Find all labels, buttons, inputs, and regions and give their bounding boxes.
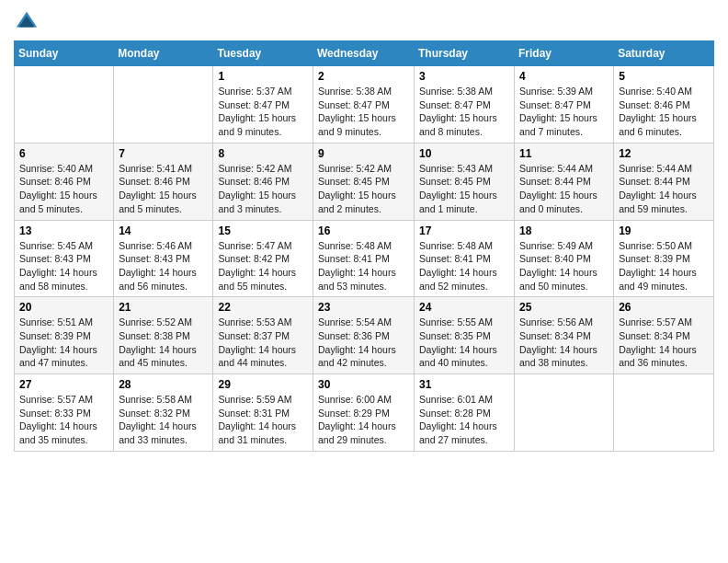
day-sun-info: Sunrise: 5:46 AMSunset: 8:43 PMDaylight:… [119,239,208,293]
day-sun-info: Sunrise: 6:01 AMSunset: 8:28 PMDaylight:… [419,393,509,447]
day-number: 26 [619,301,709,314]
day-sun-info: Sunrise: 6:00 AMSunset: 8:29 PMDaylight:… [318,393,409,447]
day-number: 27 [19,378,108,391]
day-number: 25 [519,301,609,314]
calendar-cell: 19Sunrise: 5:50 AMSunset: 8:39 PMDayligh… [614,220,714,297]
day-number: 1 [218,70,308,83]
day-sun-info: Sunrise: 5:42 AMSunset: 8:46 PMDaylight:… [218,162,308,216]
logo-icon [14,9,40,35]
calendar-week-row: 20Sunrise: 5:51 AMSunset: 8:39 PMDayligh… [15,297,714,374]
day-sun-info: Sunrise: 5:49 AMSunset: 8:40 PMDaylight:… [519,239,609,293]
calendar-week-row: 6Sunrise: 5:40 AMSunset: 8:46 PMDaylight… [15,143,714,220]
day-number: 4 [519,70,609,83]
calendar-cell [114,66,213,144]
calendar-week-row: 1Sunrise: 5:37 AMSunset: 8:47 PMDaylight… [15,66,714,144]
day-sun-info: Sunrise: 5:53 AMSunset: 8:37 PMDaylight:… [218,316,308,370]
day-number: 22 [218,301,308,314]
calendar-header-row: SundayMondayTuesdayWednesdayThursdayFrid… [15,41,714,66]
day-sun-info: Sunrise: 5:38 AMSunset: 8:47 PMDaylight:… [419,85,509,139]
day-sun-info: Sunrise: 5:38 AMSunset: 8:47 PMDaylight:… [318,85,409,139]
day-sun-info: Sunrise: 5:37 AMSunset: 8:47 PMDaylight:… [218,85,308,139]
day-sun-info: Sunrise: 5:55 AMSunset: 8:35 PMDaylight:… [419,316,509,370]
logo [14,9,43,35]
day-sun-info: Sunrise: 5:57 AMSunset: 8:34 PMDaylight:… [619,316,709,370]
calendar-cell: 24Sunrise: 5:55 AMSunset: 8:35 PMDayligh… [415,297,515,374]
calendar-cell: 25Sunrise: 5:56 AMSunset: 8:34 PMDayligh… [515,297,614,374]
calendar-cell: 9Sunrise: 5:42 AMSunset: 8:45 PMDaylight… [313,143,415,220]
day-sun-info: Sunrise: 5:44 AMSunset: 8:44 PMDaylight:… [519,162,609,216]
day-number: 15 [218,224,308,237]
day-number: 12 [619,147,709,160]
calendar-cell: 5Sunrise: 5:40 AMSunset: 8:46 PMDaylight… [614,66,714,144]
day-sun-info: Sunrise: 5:57 AMSunset: 8:33 PMDaylight:… [19,393,108,447]
day-number: 5 [619,70,709,83]
calendar-week-row: 13Sunrise: 5:45 AMSunset: 8:43 PMDayligh… [15,220,714,297]
day-number: 28 [119,378,208,391]
day-sun-info: Sunrise: 5:44 AMSunset: 8:44 PMDaylight:… [619,162,709,216]
calendar-cell: 11Sunrise: 5:44 AMSunset: 8:44 PMDayligh… [515,143,614,220]
calendar-cell: 1Sunrise: 5:37 AMSunset: 8:47 PMDaylight… [213,66,313,144]
day-sun-info: Sunrise: 5:40 AMSunset: 8:46 PMDaylight:… [19,162,108,216]
calendar-cell [515,374,614,452]
day-sun-info: Sunrise: 5:45 AMSunset: 8:43 PMDaylight:… [19,239,108,293]
day-sun-info: Sunrise: 5:48 AMSunset: 8:41 PMDaylight:… [419,239,509,293]
day-of-week-header: Tuesday [213,41,313,66]
calendar-cell: 15Sunrise: 5:47 AMSunset: 8:42 PMDayligh… [213,220,313,297]
calendar-cell: 30Sunrise: 6:00 AMSunset: 8:29 PMDayligh… [313,374,415,452]
day-number: 19 [619,224,709,237]
calendar-cell: 13Sunrise: 5:45 AMSunset: 8:43 PMDayligh… [15,220,114,297]
calendar-cell: 27Sunrise: 5:57 AMSunset: 8:33 PMDayligh… [15,374,114,452]
calendar-cell: 16Sunrise: 5:48 AMSunset: 8:41 PMDayligh… [313,220,415,297]
calendar-cell: 29Sunrise: 5:59 AMSunset: 8:31 PMDayligh… [213,374,313,452]
calendar-cell [15,66,114,144]
day-number: 17 [419,224,509,237]
day-number: 2 [318,70,409,83]
calendar-cell: 8Sunrise: 5:42 AMSunset: 8:46 PMDaylight… [213,143,313,220]
calendar-cell: 22Sunrise: 5:53 AMSunset: 8:37 PMDayligh… [213,297,313,374]
calendar-cell: 6Sunrise: 5:40 AMSunset: 8:46 PMDaylight… [15,143,114,220]
day-of-week-header: Sunday [15,41,114,66]
day-number: 16 [318,224,409,237]
day-sun-info: Sunrise: 5:58 AMSunset: 8:32 PMDaylight:… [119,393,208,447]
calendar: SundayMondayTuesdayWednesdayThursdayFrid… [14,40,714,452]
day-sun-info: Sunrise: 5:43 AMSunset: 8:45 PMDaylight:… [419,162,509,216]
calendar-cell: 10Sunrise: 5:43 AMSunset: 8:45 PMDayligh… [415,143,515,220]
day-sun-info: Sunrise: 5:40 AMSunset: 8:46 PMDaylight:… [619,85,709,139]
day-number: 14 [119,224,208,237]
day-sun-info: Sunrise: 5:50 AMSunset: 8:39 PMDaylight:… [619,239,709,293]
calendar-cell [614,374,714,452]
calendar-cell: 3Sunrise: 5:38 AMSunset: 8:47 PMDaylight… [415,66,515,144]
day-sun-info: Sunrise: 5:52 AMSunset: 8:38 PMDaylight:… [119,316,208,370]
day-sun-info: Sunrise: 5:42 AMSunset: 8:45 PMDaylight:… [318,162,409,216]
day-number: 9 [318,147,409,160]
day-number: 8 [218,147,308,160]
calendar-cell: 17Sunrise: 5:48 AMSunset: 8:41 PMDayligh… [415,220,515,297]
day-number: 24 [419,301,509,314]
day-sun-info: Sunrise: 5:56 AMSunset: 8:34 PMDaylight:… [519,316,609,370]
calendar-cell: 2Sunrise: 5:38 AMSunset: 8:47 PMDaylight… [313,66,415,144]
calendar-cell: 21Sunrise: 5:52 AMSunset: 8:38 PMDayligh… [114,297,213,374]
calendar-cell: 28Sunrise: 5:58 AMSunset: 8:32 PMDayligh… [114,374,213,452]
calendar-cell: 4Sunrise: 5:39 AMSunset: 8:47 PMDaylight… [515,66,614,144]
day-number: 11 [519,147,609,160]
calendar-week-row: 27Sunrise: 5:57 AMSunset: 8:33 PMDayligh… [15,374,714,452]
day-number: 21 [119,301,208,314]
day-number: 13 [19,224,108,237]
day-sun-info: Sunrise: 5:54 AMSunset: 8:36 PMDaylight:… [318,316,409,370]
day-of-week-header: Thursday [415,41,515,66]
day-number: 10 [419,147,509,160]
day-sun-info: Sunrise: 5:47 AMSunset: 8:42 PMDaylight:… [218,239,308,293]
calendar-cell: 14Sunrise: 5:46 AMSunset: 8:43 PMDayligh… [114,220,213,297]
day-number: 23 [318,301,409,314]
calendar-cell: 18Sunrise: 5:49 AMSunset: 8:40 PMDayligh… [515,220,614,297]
page-header [14,9,714,35]
calendar-cell: 31Sunrise: 6:01 AMSunset: 8:28 PMDayligh… [415,374,515,452]
day-of-week-header: Wednesday [313,41,415,66]
day-sun-info: Sunrise: 5:51 AMSunset: 8:39 PMDaylight:… [19,316,108,370]
day-number: 7 [119,147,208,160]
day-sun-info: Sunrise: 5:39 AMSunset: 8:47 PMDaylight:… [519,85,609,139]
day-number: 29 [218,378,308,391]
calendar-cell: 23Sunrise: 5:54 AMSunset: 8:36 PMDayligh… [313,297,415,374]
day-of-week-header: Monday [114,41,213,66]
day-number: 31 [419,378,509,391]
